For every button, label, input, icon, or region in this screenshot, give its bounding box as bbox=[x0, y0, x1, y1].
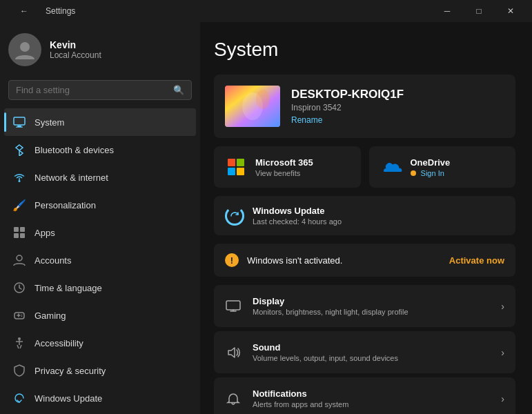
apps-icon bbox=[12, 226, 26, 239]
svg-rect-1 bbox=[14, 117, 25, 125]
sidebar-item-gaming[interactable]: Gaming bbox=[4, 302, 196, 329]
search-box: 🔍 bbox=[8, 80, 192, 100]
time-icon bbox=[12, 281, 26, 295]
sidebar-item-privacy[interactable]: Privacy & security bbox=[4, 357, 196, 384]
sidebar-item-label: Accounts bbox=[35, 255, 71, 266]
update-status: Last checked: 4 hours ago bbox=[253, 217, 342, 226]
ms365-name: Microsoft 365 bbox=[255, 157, 313, 168]
sidebar-item-personalization[interactable]: 🖌️ Personalization bbox=[4, 191, 196, 219]
windows-update-card[interactable]: Windows Update Last checked: 4 hours ago bbox=[214, 196, 515, 235]
sidebar-item-apps[interactable]: Apps bbox=[4, 219, 196, 246]
activation-left: ! Windows isn't activated. bbox=[225, 253, 342, 267]
network-icon bbox=[12, 170, 26, 184]
svg-rect-6 bbox=[20, 227, 25, 232]
device-model: Inspiron 3542 bbox=[291, 103, 404, 112]
display-info: Display Monitors, brightness, night ligh… bbox=[253, 296, 490, 316]
accessibility-icon bbox=[12, 336, 26, 350]
accounts-icon bbox=[12, 253, 26, 267]
close-button[interactable]: ✕ bbox=[495, 0, 526, 22]
display-icon bbox=[225, 298, 242, 315]
notifications-info: Notifications Alerts from apps and syste… bbox=[253, 388, 490, 408]
personalization-icon: 🖌️ bbox=[12, 198, 26, 212]
sidebar-item-time[interactable]: Time & language bbox=[4, 274, 196, 302]
sound-info: Sound Volume levels, output, input, soun… bbox=[253, 342, 490, 362]
sound-chevron: › bbox=[501, 347, 504, 358]
sidebar-item-label: Accessibility bbox=[35, 338, 83, 348]
notifications-chevron: › bbox=[501, 393, 504, 404]
sound-icon bbox=[225, 344, 242, 361]
service-card-ms365[interactable]: Microsoft 365 View benefits bbox=[214, 146, 361, 188]
system-icon bbox=[12, 115, 26, 129]
svg-rect-18 bbox=[226, 301, 240, 310]
svg-rect-5 bbox=[14, 227, 19, 232]
warning-icon: ! bbox=[225, 253, 239, 267]
onedrive-action-label[interactable]: Sign In bbox=[421, 169, 444, 177]
device-info: DESKTOP-KROIQ1F Inspiron 3542 Rename bbox=[291, 88, 404, 125]
onedrive-dot bbox=[411, 170, 416, 176]
windowsupdate-icon bbox=[12, 391, 26, 405]
svg-point-13 bbox=[21, 316, 23, 317]
sidebar-item-label: System bbox=[35, 117, 64, 128]
settings-item-notifications[interactable]: Notifications Alerts from apps and syste… bbox=[214, 377, 515, 414]
display-chevron: › bbox=[501, 301, 504, 312]
titlebar-controls: ─ □ ✕ bbox=[431, 0, 526, 22]
svg-point-4 bbox=[19, 180, 21, 182]
services-row: Microsoft 365 View benefits OneDrive Sig… bbox=[214, 146, 515, 188]
sidebar-item-network[interactable]: Network & internet bbox=[4, 164, 196, 191]
sidebar-item-label: Gaming bbox=[35, 310, 66, 321]
svg-point-17 bbox=[256, 90, 270, 109]
svg-point-9 bbox=[17, 255, 22, 261]
back-button[interactable]: ← bbox=[8, 0, 40, 22]
maximize-button[interactable]: □ bbox=[463, 0, 495, 22]
user-profile[interactable]: Kevin Local Account bbox=[0, 22, 200, 77]
svg-rect-3 bbox=[16, 127, 23, 128]
settings-item-sound[interactable]: Sound Volume levels, output, input, soun… bbox=[214, 331, 515, 373]
onedrive-info: OneDrive Sign In bbox=[411, 157, 451, 177]
sidebar: Kevin Local Account 🔍 Syste bbox=[0, 22, 200, 414]
sidebar-item-label: Privacy & security bbox=[35, 366, 106, 376]
update-title: Windows Update bbox=[253, 206, 342, 216]
titlebar: ← Settings ─ □ ✕ bbox=[0, 0, 532, 22]
page-title: System bbox=[214, 39, 515, 61]
search-input[interactable] bbox=[16, 85, 168, 95]
svg-point-0 bbox=[20, 42, 30, 52]
sound-desc: Volume levels, output, input, sound devi… bbox=[253, 354, 490, 362]
sound-title: Sound bbox=[253, 342, 490, 353]
device-rename-link[interactable]: Rename bbox=[291, 115, 404, 125]
sidebar-item-accounts[interactable]: Accounts bbox=[4, 246, 196, 274]
display-desc: Monitors, brightness, night light, displ… bbox=[253, 308, 490, 316]
sidebar-item-system[interactable]: System bbox=[4, 108, 196, 136]
app-body: Kevin Local Account 🔍 Syste bbox=[0, 22, 532, 414]
sidebar-item-windowsupdate[interactable]: Windows Update bbox=[4, 384, 196, 412]
device-name: DESKTOP-KROIQ1F bbox=[291, 88, 404, 101]
svg-point-14 bbox=[18, 337, 21, 340]
settings-item-display[interactable]: Display Monitors, brightness, night ligh… bbox=[214, 285, 515, 327]
onedrive-name: OneDrive bbox=[411, 157, 451, 168]
sidebar-item-label: Personalization bbox=[35, 200, 96, 210]
sidebar-item-bluetooth[interactable]: Bluetooth & devices bbox=[4, 136, 196, 164]
ms365-info: Microsoft 365 View benefits bbox=[255, 157, 313, 177]
sidebar-item-accessibility[interactable]: Accessibility bbox=[4, 329, 196, 357]
titlebar-title: Settings bbox=[46, 6, 75, 16]
notifications-desc: Alerts from apps and system bbox=[253, 400, 490, 408]
activation-link[interactable]: Activate now bbox=[449, 255, 504, 266]
activation-card[interactable]: ! Windows isn't activated. Activate now bbox=[214, 244, 515, 277]
onedrive-icon bbox=[380, 156, 402, 178]
sidebar-item-label: Time & language bbox=[35, 283, 102, 293]
titlebar-left: ← Settings bbox=[8, 0, 75, 22]
user-type: Local Account bbox=[50, 50, 101, 60]
service-card-onedrive[interactable]: OneDrive Sign In bbox=[369, 146, 516, 188]
search-container: 🔍 bbox=[0, 77, 200, 108]
sidebar-item-label: Bluetooth & devices bbox=[35, 145, 114, 155]
activation-text: Windows isn't activated. bbox=[247, 255, 342, 266]
sidebar-nav: System Bluetooth & devices bbox=[0, 108, 200, 412]
device-card[interactable]: DESKTOP-KROIQ1F Inspiron 3542 Rename bbox=[214, 75, 515, 138]
ms365-icon bbox=[225, 156, 247, 178]
sidebar-item-label: Windows Update bbox=[35, 393, 102, 404]
update-info: Windows Update Last checked: 4 hours ago bbox=[253, 206, 342, 226]
back-icon: ← bbox=[20, 6, 28, 16]
user-info: Kevin Local Account bbox=[50, 39, 101, 60]
svg-rect-7 bbox=[14, 233, 19, 238]
display-title: Display bbox=[253, 296, 490, 306]
minimize-button[interactable]: ─ bbox=[431, 0, 463, 22]
